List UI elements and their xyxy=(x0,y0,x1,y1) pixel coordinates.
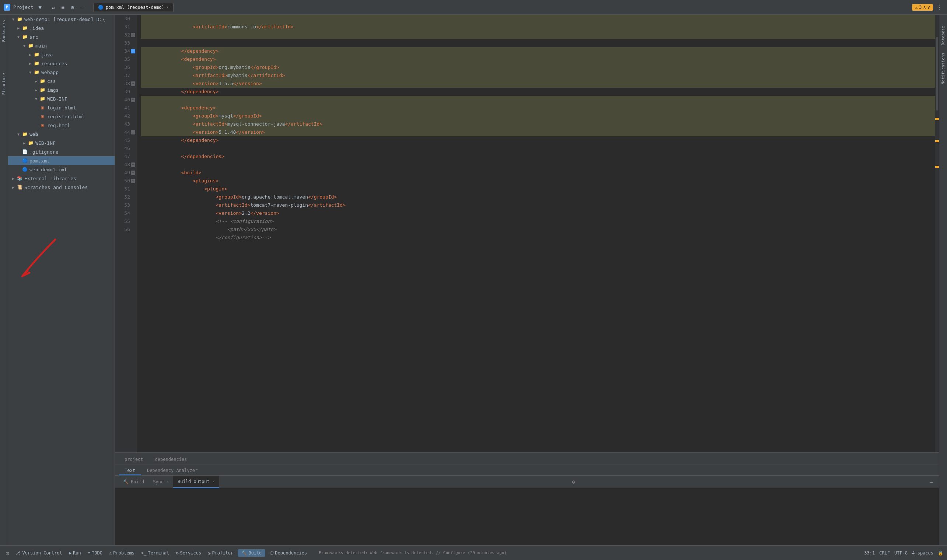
bookmarks-tab[interactable]: Bookmarks xyxy=(1,17,7,45)
minus-icon[interactable]: — xyxy=(79,4,86,11)
expand-arrow-icon: ▼ xyxy=(10,16,16,22)
sidebar-item-label: webapp xyxy=(41,70,59,75)
line-39: 39 xyxy=(115,88,133,96)
line-47: 47 xyxy=(115,152,133,161)
sidebar-item-label: WEB-INF xyxy=(35,140,55,146)
bottom-tab-build[interactable]: 🔨 Build xyxy=(119,475,148,488)
top-bar-right: ⚠ 3 ∧ ∨ ⋮ xyxy=(912,4,943,11)
sidebar-item-label: main xyxy=(35,43,47,49)
pom-tab-project[interactable]: project xyxy=(119,455,149,464)
line-44: 44 − xyxy=(115,128,133,136)
status-item-build[interactable]: 🔨 Build xyxy=(238,549,265,557)
right-tab-database[interactable]: Database xyxy=(940,22,946,49)
editor-scrollbar[interactable] xyxy=(935,15,939,452)
bottom-panel: 🔨 Build Sync × Build Output × ⚙ — xyxy=(115,475,939,545)
right-tab-notifications[interactable]: Notifications xyxy=(940,49,946,88)
status-item-services[interactable]: ⚙ Services xyxy=(174,550,203,556)
gear-icon[interactable]: ⚙ xyxy=(572,479,575,485)
sidebar-item-label: pom.xml xyxy=(29,158,50,163)
sidebar-item-imgs[interactable]: ▶ 📁 imgs xyxy=(8,86,115,94)
build-icon: 🔨 xyxy=(123,479,129,485)
line-35: 35 xyxy=(115,55,133,63)
expand-arrow-icon: ▼ xyxy=(27,69,33,75)
tab-close-button[interactable]: × xyxy=(166,6,169,9)
spacer-icon xyxy=(33,122,39,128)
sidebar-item-web[interactable]: ▼ 📁 web xyxy=(8,130,115,138)
warning-badge[interactable]: ⚠ 3 ∧ ∨ xyxy=(912,4,933,11)
fold-icon-38[interactable]: − xyxy=(131,82,135,86)
sidebar-item-scratches[interactable]: ▶ 📜 Scratches and Consoles xyxy=(8,183,115,192)
sidebar-item-label: WEB-INF xyxy=(47,96,68,102)
sidebar-item-root[interactable]: ▼ 📁 web-demo1 [request-demo] D:\ xyxy=(8,15,115,23)
build-output-close-button[interactable]: × xyxy=(212,479,215,483)
sidebar-item-gitignore[interactable]: 📄 .gitignore xyxy=(8,148,115,156)
status-item-problems[interactable]: ⚠ Problems xyxy=(107,550,137,556)
bottom-tab-sync[interactable]: Sync × xyxy=(148,475,173,488)
line-52: 52 xyxy=(115,193,133,201)
spacer-icon xyxy=(33,114,39,119)
sidebar-item-login-html[interactable]: ▣ login.html xyxy=(8,103,115,112)
folder-icon: 📁 xyxy=(33,60,40,67)
sync-icon[interactable]: ⇄ xyxy=(50,4,57,11)
sidebar-item-main[interactable]: ▼ 📁 main xyxy=(8,41,115,50)
expand-arrow-icon: ▼ xyxy=(15,34,22,40)
line-55: 55 xyxy=(115,217,133,226)
sidebar-item-iml[interactable]: 🔵 web-demo1.iml xyxy=(8,165,115,174)
pom-tab2-text[interactable]: Text xyxy=(119,466,141,475)
expand-arrow-icon: ▶ xyxy=(27,52,33,57)
sidebar-item-idea[interactable]: ▶ 📁 .idea xyxy=(8,23,115,32)
dependencies-label: Dependencies xyxy=(275,551,307,555)
scrollbar-thumb[interactable] xyxy=(936,37,938,111)
status-bar: ☑ ⎇ Version Control ▶ Run ≡ TODO ⚠ Probl… xyxy=(0,545,947,560)
fold-icon-49[interactable]: − xyxy=(131,171,135,175)
fold-icon-44[interactable]: − xyxy=(131,130,135,134)
sidebar-item-webinf-webapp[interactable]: ▼ 📁 WEB-INF xyxy=(8,94,115,103)
pom-tab2-dependency-analyzer[interactable]: Dependency Analyzer xyxy=(141,466,203,475)
top-bar-left: P Project ▼ ⇄ ≡ ⚙ — xyxy=(4,4,86,11)
status-item-version-control[interactable]: ⎇ Version Control xyxy=(13,550,64,556)
sidebar-item-resources[interactable]: ▶ 📁 resources xyxy=(8,59,115,68)
pom-tab-dependencies[interactable]: dependencies xyxy=(149,455,193,464)
settings-icon[interactable]: ⚙ xyxy=(69,4,76,11)
fold-icon-40[interactable]: − xyxy=(131,98,135,102)
dropdown-arrow-icon[interactable]: ▼ xyxy=(37,4,44,11)
line-33: 33 xyxy=(115,39,133,47)
collapse-icon[interactable]: ≡ xyxy=(59,4,67,11)
more-options-icon[interactable]: ⋮ xyxy=(936,4,943,11)
fold-icon-32[interactable]: ⚡ xyxy=(131,33,135,37)
sidebar-item-external-libs[interactable]: ▶ 📚 External Libraries xyxy=(8,174,115,183)
structure-tab[interactable]: Structure xyxy=(1,70,7,98)
fold-icon-50[interactable]: − xyxy=(131,179,135,183)
sidebar-item-src[interactable]: ▼ 📁 src xyxy=(8,32,115,41)
chevron-up-icon[interactable]: ∧ xyxy=(924,5,926,10)
fold-icon-34[interactable]: − xyxy=(131,49,135,54)
status-item-run[interactable]: ▶ Run xyxy=(67,550,83,556)
fold-icon-48[interactable]: − xyxy=(131,163,135,167)
minus-panel-icon[interactable]: — xyxy=(930,479,933,485)
sidebar-item-req-html[interactable]: ▣ req.html xyxy=(8,121,115,130)
bottom-tab-build-output[interactable]: Build Output × xyxy=(173,475,219,488)
bottom-panel-content xyxy=(115,488,939,545)
sidebar-item-webinf-web[interactable]: ▶ 📁 WEB-INF xyxy=(8,138,115,148)
status-item-todo[interactable]: ≡ TODO xyxy=(85,550,105,556)
scratches-icon: 📜 xyxy=(16,184,23,191)
pom-xml-tab[interactable]: 🔵 pom.xml (request-demo) × xyxy=(93,3,174,11)
sidebar-item-css[interactable]: ▶ 📁 css xyxy=(8,77,115,86)
xml-file-icon: 🔵 xyxy=(22,157,28,164)
sidebar-item-java[interactable]: ▶ 📁 java xyxy=(8,50,115,59)
sidebar-item-webapp[interactable]: ▼ 📁 webapp xyxy=(8,68,115,77)
status-item-dependencies[interactable]: ⬡ Dependencies xyxy=(268,550,309,556)
folder-icon: 📁 xyxy=(39,86,46,93)
sidebar-item-label: src xyxy=(29,34,38,40)
status-item-profiler[interactable]: ◎ Profiler xyxy=(206,550,236,556)
sync-close-button[interactable]: × xyxy=(166,480,169,484)
status-item-terminal[interactable]: >_ Terminal xyxy=(139,550,171,556)
line-51: 51 xyxy=(115,185,133,193)
chevron-down-icon[interactable]: ∨ xyxy=(927,5,930,10)
code-editor[interactable]: 30 31 32 ⚡ 33 34 − 35 36 37 38 − 39 xyxy=(115,15,939,452)
sidebar-item-register-html[interactable]: ▣ register.html xyxy=(8,112,115,121)
line-48: 48 − xyxy=(115,161,133,169)
line-46: 46 xyxy=(115,145,133,152)
sidebar-item-pom-xml[interactable]: 🔵 pom.xml xyxy=(8,156,115,165)
expand-arrow-icon: ▼ xyxy=(33,96,39,102)
